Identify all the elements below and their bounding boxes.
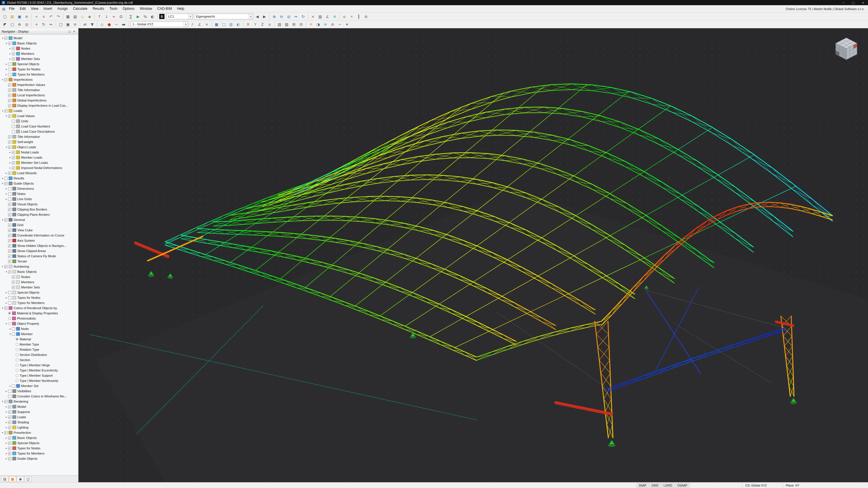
dimensioning-button[interactable]: ∠ — [324, 13, 331, 20]
tree-item-types-for-members[interactable]: ▸✓Types for Members — [0, 451, 78, 456]
expand-icon[interactable]: ▸ — [5, 457, 8, 460]
expand-icon[interactable]: ▸ — [5, 411, 8, 413]
imperfections-button[interactable]: Ω — [118, 13, 125, 20]
checkbox[interactable] — [8, 301, 11, 304]
checkbox[interactable]: ✓ — [4, 218, 7, 222]
checkbox[interactable]: ✓ — [8, 416, 11, 419]
tree-item-terrain[interactable]: ✓Terrain — [0, 259, 78, 264]
checkbox[interactable]: ✓ — [8, 140, 11, 143]
checkbox[interactable]: ✓ — [12, 281, 15, 284]
pan-view-button[interactable]: ↔ — [292, 13, 300, 20]
menu-tools[interactable]: Tools — [107, 5, 120, 12]
menu-assign[interactable]: Assign — [55, 5, 70, 12]
checkbox[interactable] — [8, 395, 11, 398]
checkbox[interactable]: ✓ — [12, 151, 15, 154]
checkbox[interactable]: ✓ — [8, 255, 11, 258]
tables-button[interactable]: ▦ — [64, 13, 71, 20]
rotate-view-button[interactable]: ↻ — [300, 13, 307, 20]
checkbox[interactable]: ✓ — [12, 275, 15, 279]
tree-item-special-objects[interactable]: ▸Special Objects — [0, 61, 78, 67]
color-scale-button[interactable]: ≋ — [322, 21, 329, 27]
checkbox[interactable]: ✓ — [8, 89, 11, 92]
zoom-extents-button[interactable]: ◎ — [285, 13, 292, 20]
radio-button[interactable] — [16, 343, 19, 346]
checkbox[interactable]: ✓ — [8, 104, 11, 107]
expand-icon[interactable]: ▸ — [5, 442, 8, 445]
collapse-icon[interactable]: ▾ — [1, 431, 4, 434]
measure-button[interactable]: ∠ — [196, 21, 203, 27]
collapse-icon[interactable]: ▾ — [8, 332, 12, 335]
expand-icon[interactable]: ▸ — [5, 63, 8, 65]
checkbox[interactable]: ✓ — [12, 47, 15, 50]
tree-item-basic-objects[interactable]: ▾✓Basic Objects — [0, 41, 78, 46]
expand-icon[interactable]: ▸ — [5, 426, 8, 429]
tree-item-view-cube[interactable]: ✓View Cube — [0, 228, 78, 233]
calculation-parameters-button[interactable]: % — [142, 13, 149, 20]
toggle-lgrid[interactable]: LGRID — [661, 483, 674, 488]
tree-item-types-for-members[interactable]: ▸Types for Members — [0, 72, 78, 77]
expand-icon[interactable]: ▸ — [5, 421, 8, 424]
checkbox[interactable]: ✓ — [8, 405, 11, 409]
isometric-view-button[interactable]: ⌂ — [266, 21, 273, 27]
pin-icon[interactable]: ◻ — [67, 30, 72, 33]
grid-toggle-button[interactable]: ⊞ — [290, 21, 298, 27]
menu-calculate[interactable]: Calculate — [70, 5, 90, 12]
box-select-button[interactable]: ▢ — [9, 21, 16, 27]
checkbox[interactable] — [8, 296, 11, 299]
radio-button[interactable] — [8, 322, 11, 325]
load-combinations-button[interactable]: ∑ — [127, 13, 134, 20]
expand-icon[interactable]: ▸ — [5, 405, 8, 408]
checkbox[interactable] — [8, 192, 11, 196]
tree-item-object-loads[interactable]: ▾✓Object Loads — [0, 144, 78, 150]
collapse-icon[interactable]: ▾ — [1, 78, 4, 81]
checkbox[interactable]: ✓ — [8, 115, 11, 118]
tree-item-type-member-eccentricity[interactable]: Type | Member Eccentricity — [0, 368, 78, 373]
tree-item-results[interactable]: ▸Results — [0, 176, 78, 181]
coordinate-system-combo[interactable]: 1 - Global XYZ ▾ — [130, 21, 188, 27]
checkbox[interactable] — [12, 385, 15, 388]
tree-item-section-distribution[interactable]: Section Distribution — [0, 352, 78, 357]
tab-results[interactable]: ◫ — [25, 476, 32, 482]
expand-icon[interactable]: ▸ — [5, 436, 8, 439]
select-pointer-button[interactable]: ◤ — [1, 21, 9, 27]
tree-item-clipping-plane-borders[interactable]: ✓Clipping Plane Borders — [0, 212, 78, 217]
tree-item-basic-objects[interactable]: ▾✓Basic Objects — [0, 269, 78, 274]
hide-objects-button[interactable]: ⊘ — [363, 13, 370, 20]
expand-icon[interactable]: ▸ — [5, 291, 8, 294]
tree-item-display-imperfections-in-load-cas[interactable]: ✓Display Imperfections in Load Cas... — [0, 103, 78, 108]
expand-icon[interactable]: ▸ — [8, 166, 12, 169]
results-toggle-button[interactable]: ◐ — [149, 13, 156, 20]
checkbox[interactable]: ✓ — [12, 166, 15, 170]
tree-item-imperfection-values[interactable]: ✓Imperfection Values — [0, 82, 78, 87]
view-x-button[interactable]: X — [244, 21, 252, 27]
tree-item-numbering[interactable]: ▾✓Numbering — [0, 264, 78, 269]
tree-item-type-member-nonlinearity[interactable]: Type | Member Nonlinearity — [0, 378, 78, 383]
checkbox[interactable]: ✓ — [8, 442, 11, 445]
sections-button[interactable]: ◆ — [86, 13, 93, 20]
tree-item-member-type[interactable]: Member Type — [0, 342, 78, 347]
tree-item-visibilities[interactable]: ▸Visibilities — [0, 389, 78, 394]
radio-button[interactable] — [16, 364, 19, 366]
radio-button[interactable] — [16, 379, 19, 382]
toggle-tables-button[interactable]: ⇄ — [82, 21, 89, 27]
expand-icon[interactable]: ▸ — [5, 172, 8, 174]
collapse-icon[interactable]: ▾ — [1, 265, 4, 268]
stop-calculation-button[interactable]: × — [309, 13, 316, 20]
tree-item-node[interactable]: ▸Node — [0, 326, 78, 331]
tree-item-local-imperfections[interactable]: ✓Local Imperfections — [0, 93, 78, 98]
menu-help[interactable]: Help — [175, 5, 187, 12]
tree-item-members[interactable]: ▸✓Members — [0, 51, 78, 56]
radio-button[interactable] — [16, 353, 19, 356]
checkbox[interactable]: ✓ — [4, 265, 7, 268]
checkbox[interactable]: ✓ — [8, 239, 11, 242]
tree-item-units[interactable]: Units — [0, 119, 78, 124]
expand-icon[interactable]: ▸ — [5, 301, 8, 304]
tree-item-material-display-properties[interactable]: Material & Display Properties — [0, 311, 78, 316]
tree-item-shading[interactable]: ▸✓Shading — [0, 420, 78, 425]
maximize-button[interactable]: ▢ — [848, 0, 858, 5]
menu-insert[interactable]: Insert — [41, 5, 55, 12]
view-z-button[interactable]: Z — [259, 21, 266, 27]
checkbox[interactable]: ✓ — [12, 286, 15, 289]
previous-load-case-button[interactable]: ◀ — [254, 13, 261, 20]
close-button[interactable]: × — [858, 0, 868, 5]
